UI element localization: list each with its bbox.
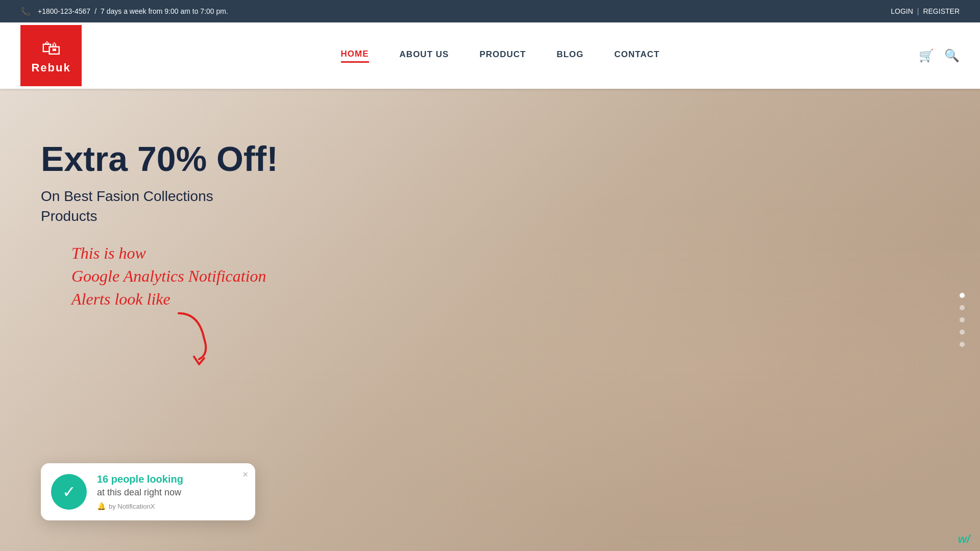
- top-bar-divider: /: [94, 7, 96, 15]
- notif-content: 16 people looking at this deal right now…: [97, 473, 243, 510]
- logo-icon: 🛍: [41, 37, 61, 59]
- annotation-line1: This is how: [71, 242, 266, 265]
- hero-section: Extra 70% Off! On Best Fasion Collection…: [0, 89, 980, 551]
- notif-footer: 🔔 by NotificationX: [97, 502, 243, 510]
- login-link[interactable]: LOGIN: [891, 7, 913, 15]
- register-link[interactable]: REGISTER: [923, 7, 960, 15]
- logo-text: Rebuk: [31, 61, 70, 74]
- notif-count: 16: [97, 473, 108, 485]
- nav-item-product[interactable]: PRODUCT: [479, 49, 526, 62]
- notif-deal-text: at this deal right now: [97, 487, 243, 498]
- notif-close-button[interactable]: ×: [242, 469, 248, 480]
- annotation-line3: Alerts look like: [71, 288, 266, 311]
- slider-dot-1[interactable]: [960, 293, 965, 298]
- notif-check-icon: ✓: [51, 474, 87, 510]
- notif-by-label: by NotificationX: [109, 503, 155, 510]
- logo[interactable]: 🛍 Rebuk: [20, 25, 82, 86]
- nav-item-contact[interactable]: CONTACT: [615, 49, 660, 62]
- slider-dot-4[interactable]: [960, 330, 965, 335]
- slider-dot-5[interactable]: [960, 342, 965, 347]
- slider-dot-3[interactable]: [960, 317, 965, 322]
- notificationx-icon: 🔔: [97, 502, 106, 510]
- nav-item-blog[interactable]: BLOG: [556, 49, 583, 62]
- annotation-line2: Google Analytics Notification: [71, 265, 266, 288]
- hero-content: Extra 70% Off! On Best Fasion Collection…: [41, 140, 278, 226]
- schedule-text: 7 days a week from 9:00 am to 7:00 pm.: [101, 7, 228, 15]
- slider-dots: [960, 293, 965, 347]
- annotation-block: This is how Google Analytics Notificatio…: [71, 242, 266, 310]
- cart-icon[interactable]: 🛒: [919, 48, 934, 63]
- notif-text1: people looking: [111, 473, 183, 485]
- main-nav: HOME ABOUT US PRODUCT BLOG CONTACT: [341, 49, 660, 63]
- search-icon[interactable]: 🔍: [944, 48, 960, 63]
- top-bar-contact: 📞 +1800-123-4567 / 7 days a week from 9:…: [20, 7, 228, 16]
- phone-icon: 📞: [20, 7, 31, 16]
- phone-number: +1800-123-4567: [38, 7, 90, 15]
- nav-icons: 🛒 🔍: [919, 48, 960, 63]
- nav-item-home[interactable]: HOME: [341, 49, 369, 63]
- top-bar: 📞 +1800-123-4567 / 7 days a week from 9:…: [0, 0, 980, 22]
- top-bar-auth: LOGIN | REGISTER: [891, 7, 960, 15]
- notif-people-text: 16 people looking: [97, 473, 243, 485]
- auth-divider: |: [917, 7, 919, 15]
- annotation-arrow: [168, 308, 219, 371]
- watermark: w/: [958, 533, 970, 546]
- hero-subtitle-line1: On Best Fasion Collections: [41, 186, 278, 206]
- nav-item-about[interactable]: ABOUT US: [400, 49, 449, 62]
- hero-subtitle-line2: Products: [41, 206, 278, 226]
- slider-dot-2[interactable]: [960, 305, 965, 310]
- notification-popup: ✓ 16 people looking at this deal right n…: [41, 463, 255, 520]
- hero-title: Extra 70% Off!: [41, 140, 278, 178]
- header: 🛍 Rebuk HOME ABOUT US PRODUCT BLOG CONTA…: [0, 22, 980, 89]
